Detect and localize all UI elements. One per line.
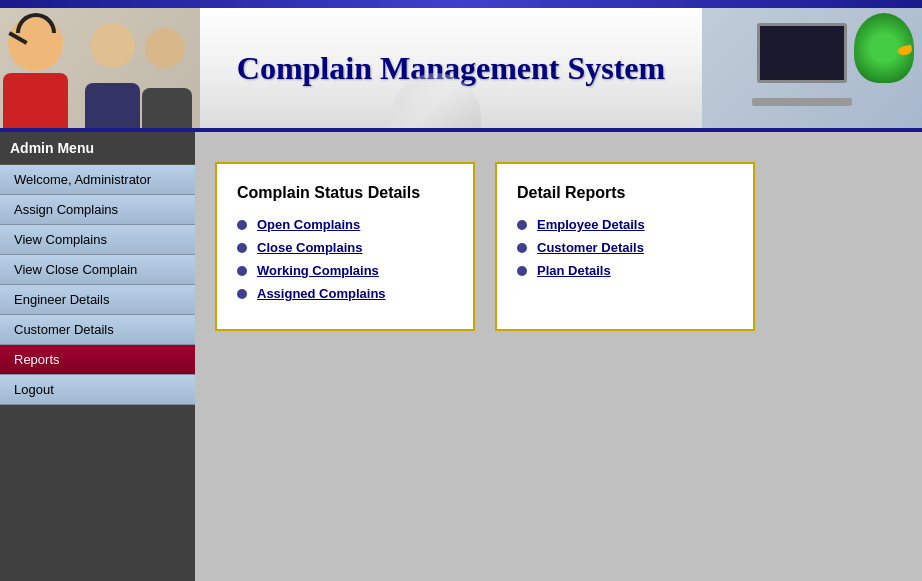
header-left-image — [0, 8, 200, 128]
complain-status-card: Complain Status Details Open Complains C… — [215, 162, 475, 331]
customer-details-link[interactable]: Customer Details — [537, 240, 644, 255]
header: Complain Management System — [0, 8, 922, 128]
detail-reports-list: Employee Details Customer Details Plan D… — [517, 217, 733, 278]
detail-reports-card: Detail Reports Employee Details Customer… — [495, 162, 755, 331]
sidebar-item-assign-complains[interactable]: Assign Complains — [0, 195, 195, 225]
cards-row: Complain Status Details Open Complains C… — [215, 162, 902, 331]
close-complains-link[interactable]: Close Complains — [257, 240, 362, 255]
bullet-icon — [237, 220, 247, 230]
plan-details-link[interactable]: Plan Details — [537, 263, 611, 278]
bullet-icon — [517, 266, 527, 276]
header-right-image — [702, 8, 922, 128]
complain-status-list: Open Complains Close Complains Working C… — [237, 217, 453, 301]
sidebar-welcome: Welcome, Administrator — [0, 165, 195, 195]
bullet-icon — [237, 289, 247, 299]
sidebar: Admin Menu Welcome, Administrator Assign… — [0, 132, 195, 581]
top-blue-bar — [0, 0, 922, 8]
sidebar-item-reports[interactable]: Reports — [0, 345, 195, 375]
list-item-close-complains: Close Complains — [237, 240, 453, 255]
detail-reports-title: Detail Reports — [517, 184, 733, 202]
assigned-complains-link[interactable]: Assigned Complains — [257, 286, 386, 301]
list-item-plan-details: Plan Details — [517, 263, 733, 278]
sidebar-item-engineer-details[interactable]: Engineer Details — [0, 285, 195, 315]
bullet-icon — [237, 243, 247, 253]
sidebar-item-logout[interactable]: Logout — [0, 375, 195, 405]
employee-details-link[interactable]: Employee Details — [537, 217, 645, 232]
sidebar-item-view-close-complain[interactable]: View Close Complain — [0, 255, 195, 285]
sidebar-spacer — [0, 405, 195, 505]
open-complains-link[interactable]: Open Complains — [257, 217, 360, 232]
bullet-icon — [237, 266, 247, 276]
list-item-working-complains: Working Complains — [237, 263, 453, 278]
list-item-open-complains: Open Complains — [237, 217, 453, 232]
sidebar-title: Admin Menu — [0, 132, 195, 165]
working-complains-link[interactable]: Working Complains — [257, 263, 379, 278]
sidebar-item-view-complains[interactable]: View Complains — [0, 225, 195, 255]
bullet-icon — [517, 220, 527, 230]
content-area: Complain Status Details Open Complains C… — [195, 132, 922, 581]
list-item-employee-details: Employee Details — [517, 217, 733, 232]
list-item-customer-details: Customer Details — [517, 240, 733, 255]
header-center: Complain Management System — [200, 8, 702, 128]
sidebar-item-customer-details[interactable]: Customer Details — [0, 315, 195, 345]
main-wrapper: Admin Menu Welcome, Administrator Assign… — [0, 132, 922, 581]
complain-status-title: Complain Status Details — [237, 184, 453, 202]
list-item-assigned-complains: Assigned Complains — [237, 286, 453, 301]
bullet-icon — [517, 243, 527, 253]
